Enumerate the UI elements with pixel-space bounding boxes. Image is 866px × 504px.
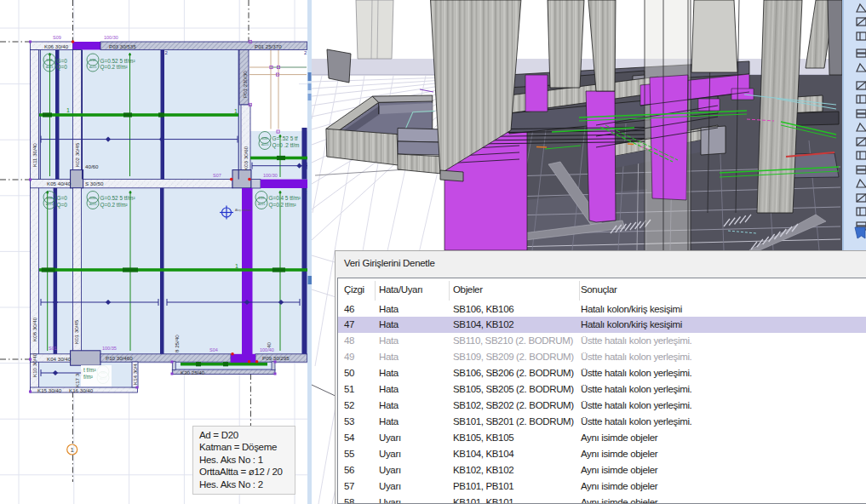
svg-text:Q=0.2 tf/m²: Q=0.2 tf/m² xyxy=(100,64,128,71)
svg-text:S09: S09 xyxy=(53,35,61,40)
svg-text:K14 30/4: K14 30/4 xyxy=(132,364,138,385)
svg-text:K16 30/40: K16 30/40 xyxy=(69,387,94,393)
svg-text:1: 1 xyxy=(235,263,238,269)
svg-text:G=0: G=0 xyxy=(57,58,68,64)
svg-text:d=15: d=15 xyxy=(46,66,54,69)
svg-text:Q=0.2 tf/m²: Q=0.2 tf/m² xyxy=(269,202,296,209)
svg-text:K02 30/45: K02 30/45 xyxy=(74,142,80,167)
svg-text:D20: D20 xyxy=(262,137,268,140)
svg-text:D18: D18 xyxy=(47,59,53,62)
svg-text:G=0: G=0 xyxy=(57,195,68,201)
svg-text:1: 1 xyxy=(66,107,70,113)
svg-text:G=0.52 5 tf/m²: G=0.52 5 tf/m² xyxy=(100,58,135,64)
svg-text:t f/m²: t f/m² xyxy=(83,367,96,373)
svg-text:d=15: d=15 xyxy=(89,203,97,206)
svg-text:K15 30/40: K15 30/40 xyxy=(37,387,62,393)
svg-text:G=0.52 5 tf/m²: G=0.52 5 tf/m² xyxy=(100,195,135,201)
svg-text:G=0.4 5 tf/m²: G=0.4 5 tf/m² xyxy=(269,195,301,201)
svg-text:S07: S07 xyxy=(213,173,221,178)
svg-text:P09 30/295: P09 30/295 xyxy=(262,355,290,361)
svg-text:K04 30/40: K04 30/40 xyxy=(47,356,72,362)
svg-text:S01: S01 xyxy=(49,346,57,351)
svg-text:K11 30/40: K11 30/40 xyxy=(32,143,37,167)
svg-text:Q=0 .2 tf/m: Q=0 .2 tf/m xyxy=(272,142,300,149)
svg-text:d=15: d=15 xyxy=(258,203,266,206)
svg-text:d=15: d=15 xyxy=(46,203,54,206)
svg-text:P01 25/370: P01 25/370 xyxy=(255,43,282,49)
svg-text:Akış noktası: Akış noktası xyxy=(235,209,251,212)
svg-text:K17 3: K17 3 xyxy=(74,373,80,387)
svg-text:P10 30/460: P10 30/460 xyxy=(106,355,133,361)
svg-text:K08 30/40: K08 30/40 xyxy=(32,317,37,341)
svg-text:Q=0: Q=0 xyxy=(57,64,68,71)
svg-text:100/35: 100/35 xyxy=(102,346,117,351)
svg-text:f/m²: f/m² xyxy=(83,374,93,380)
svg-text:100/40: 100/40 xyxy=(260,347,274,352)
svg-text:D20: D20 xyxy=(90,197,96,200)
svg-text:1: 1 xyxy=(234,108,238,114)
svg-text:S 30/50: S 30/50 xyxy=(85,180,104,186)
svg-text:d=15: d=15 xyxy=(261,143,269,146)
svg-text:Q=0.2 tf/m²: Q=0.2 tf/m² xyxy=(100,202,128,209)
svg-text:K06 30/40: K06 30/40 xyxy=(44,43,69,49)
svg-text:K05 40/40: K05 40/40 xyxy=(47,180,72,186)
svg-text:P03 30/535: P03 30/535 xyxy=(109,43,136,49)
svg-text:D19: D19 xyxy=(259,197,265,200)
svg-text:Q=0: Q=0 xyxy=(57,202,68,209)
svg-text:D18: D18 xyxy=(90,59,96,62)
svg-text:100/30: 100/30 xyxy=(263,173,278,178)
svg-text:D08: D08 xyxy=(47,197,53,200)
svg-text:d=15: d=15 xyxy=(89,66,97,69)
svg-text:40/60: 40/60 xyxy=(85,163,99,169)
svg-text:K01 30/45: K01 30/45 xyxy=(73,319,79,344)
svg-text:K10 30/40: K10 30/40 xyxy=(32,352,37,377)
svg-text:K03 30/60: K03 30/60 xyxy=(243,146,249,170)
svg-text:G= .52 5 tf: G= .52 5 tf xyxy=(272,135,298,141)
svg-text:S04: S04 xyxy=(209,347,218,352)
svg-text:2: 2 xyxy=(304,50,307,55)
svg-text:K20 25/40: K20 25/40 xyxy=(181,369,205,375)
svg-text:100/30: 100/30 xyxy=(104,35,118,40)
svg-text:1: 1 xyxy=(70,446,74,454)
svg-text:8 25/40: 8 25/40 xyxy=(174,335,180,352)
svg-text:P01 230/30: P01 230/30 xyxy=(242,71,248,98)
